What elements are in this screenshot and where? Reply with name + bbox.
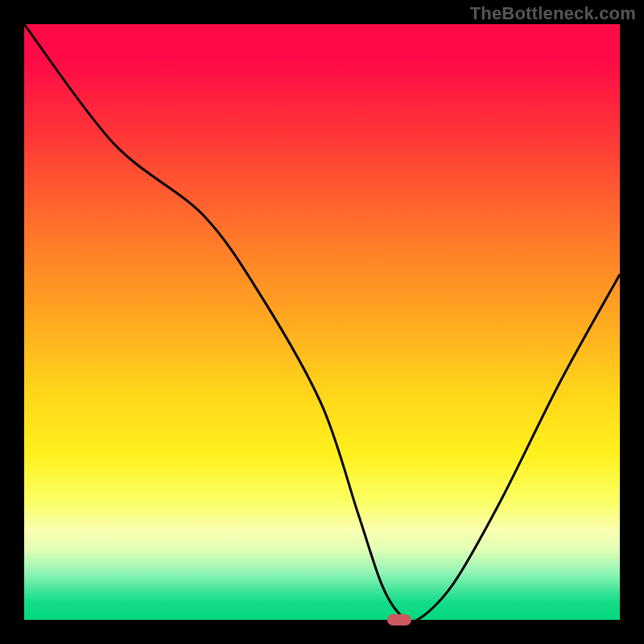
optimal-marker	[387, 614, 411, 625]
chart-container: TheBottleneck.com	[0, 0, 644, 644]
plot-area	[24, 24, 620, 620]
bottleneck-curve	[24, 24, 620, 620]
watermark-text: TheBottleneck.com	[470, 3, 636, 24]
